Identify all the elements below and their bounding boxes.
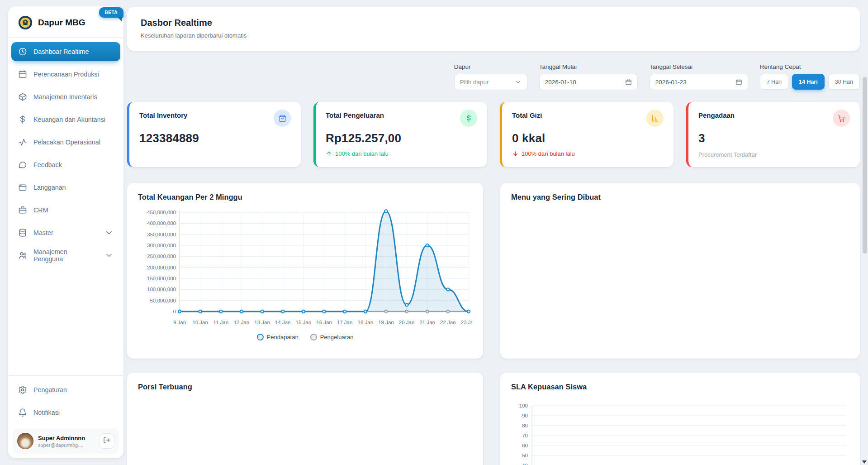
end-date-input[interactable]: 2026-01-23 — [650, 74, 748, 90]
logout-icon — [103, 436, 110, 446]
finance-panel: Total Keuangan Per 2 Minggu 050,000,0001… — [127, 183, 483, 359]
briefcase-icon — [18, 206, 27, 215]
stats-grid: Total Inventory123384889Total Pengeluara… — [127, 102, 860, 167]
dapur-label: Dapur — [454, 63, 527, 70]
svg-text:100: 100 — [519, 403, 528, 408]
beta-badge: BETA — [99, 7, 123, 18]
charts-row: Total Keuangan Per 2 Minggu 050,000,0001… — [127, 183, 860, 359]
sidebar-item-feedback[interactable]: Feedback — [11, 155, 120, 174]
finance-chart: 050,000,000100,000,000150,000,000200,000… — [138, 207, 472, 330]
svg-text:23 Jan: 23 Jan — [461, 320, 472, 325]
svg-text:22 Jan: 22 Jan — [440, 320, 456, 325]
stat-value: 3 — [698, 131, 850, 145]
legend-item-pendapatan[interactable]: Pendapatan — [257, 334, 299, 340]
shopping-bag-icon — [274, 110, 291, 127]
sla-panel: SLA Kepuasan Siswa 100908070605040302010… — [500, 373, 860, 465]
svg-text:60: 60 — [522, 443, 528, 448]
svg-text:300,000,000: 300,000,000 — [147, 243, 176, 248]
quick-range-7-hari[interactable]: 7 Hari — [760, 74, 788, 90]
gear-icon — [18, 385, 27, 394]
arrow-down-icon — [512, 150, 519, 157]
svg-text:11 Jan: 11 Jan — [213, 320, 228, 325]
bell-icon — [18, 408, 27, 417]
stat-card-header: Pengadaan — [698, 110, 850, 127]
logout-button[interactable] — [99, 433, 114, 449]
sidebar-item-pengaturan[interactable]: Pengaturan — [11, 380, 120, 399]
stat-title: Total Gizi — [512, 110, 542, 119]
svg-text:16 Jan: 16 Jan — [316, 320, 332, 325]
scrollbar-down-arrow-icon[interactable] — [862, 460, 867, 464]
stat-card-header: Total Inventory — [139, 110, 291, 127]
stat-title: Total Inventory — [139, 110, 187, 119]
finance-chart-legend: PendapatanPengeluaran — [138, 334, 472, 340]
end-date-value: 2026-01-23 — [655, 79, 687, 86]
waste-panel-title: Porsi Terbuang — [138, 383, 472, 391]
sidebar-item-dashboar-realtime[interactable]: Dashboar Realtime — [11, 42, 120, 61]
sidebar-item-label: Manajemen Inventaris — [33, 93, 97, 101]
sidebar-item-label: Keuangan dan Akuntansi — [33, 116, 105, 123]
sidebar-item-notifikasi[interactable]: Notifikasi — [11, 403, 120, 422]
svg-text:90: 90 — [522, 413, 528, 418]
svg-text:12 Jan: 12 Jan — [234, 320, 250, 325]
stat-card-total-inventory: Total Inventory123384889 — [127, 102, 301, 167]
avatar — [17, 433, 33, 449]
svg-text:19 Jan: 19 Jan — [378, 320, 394, 325]
package-icon — [18, 92, 27, 101]
stat-value: 123384889 — [139, 131, 291, 145]
sidebar-item-label: Feedback — [33, 161, 62, 168]
sidebar-item-label: Master — [33, 229, 53, 236]
sidebar: BETA Dapur MBG Dashboar RealtimePerencan… — [8, 6, 123, 458]
sidebar-item-langganan[interactable]: Langganan — [11, 178, 120, 197]
sidebar-item-crm[interactable]: CRM — [11, 201, 120, 220]
stat-title: Total Pengeluaran — [326, 110, 384, 119]
sidebar-item-label: CRM — [33, 206, 48, 214]
svg-text:150,000,000: 150,000,000 — [147, 276, 176, 281]
calendar-icon — [18, 70, 27, 79]
svg-text:450,000,000: 450,000,000 — [147, 210, 176, 215]
waste-panel: Porsi Terbuang — [127, 373, 483, 465]
quick-range-buttons: 7 Hari14 Hari30 Hari — [760, 74, 860, 90]
svg-text:9 Jan: 9 Jan — [173, 320, 186, 325]
start-date-filter: Tanggal Mulai 2026-01-10 — [539, 63, 638, 90]
stat-card-total-pengeluaran: Total PengeluaranRp125.257,00100% dari b… — [313, 102, 487, 167]
dapur-filter: Dapur Pilih dapur — [454, 63, 527, 90]
quick-range-label: Rentang Cepat — [760, 63, 860, 70]
legend-item-pengeluaran[interactable]: Pengeluaran — [310, 334, 354, 340]
sla-chart: 1009080706050403020100 — [511, 398, 849, 465]
dapur-select-value: Pilih dapur — [460, 79, 489, 86]
sidebar-item-keuangan-dan-akuntansi[interactable]: Keuangan dan Akuntansi — [11, 110, 120, 129]
sidebar-item-master[interactable]: Master — [11, 223, 120, 242]
sidebar-item-pelacakan-operasional[interactable]: Pelacakan Operasional — [11, 133, 120, 152]
sidebar-item-perencanaan-produksi[interactable]: Perencanaan Produksi — [11, 65, 120, 84]
page-header: Dasbor Realtime Keseluruhan laporan dipe… — [127, 7, 860, 51]
user-card: Super Adminnnn super@dapurmbg.... — [13, 428, 119, 454]
users-icon — [18, 251, 27, 260]
page-scrollbar[interactable] — [861, 0, 868, 465]
end-date-filter: Tanggal Selesai 2026-01-23 — [650, 63, 748, 90]
quick-range-14-hari[interactable]: 14 Hari — [792, 74, 825, 90]
user-meta: Super Adminnnn super@dapurmbg.... — [38, 435, 95, 448]
stat-card-header: Total Pengeluaran — [326, 110, 477, 127]
stat-card-total-gizi: Total Gizi0 kkal100% dari bulan lalu — [500, 102, 674, 167]
sidebar-item-manajemen-inventaris[interactable]: Manajemen Inventaris — [11, 87, 120, 106]
bar-chart-icon — [646, 110, 664, 127]
svg-text:18 Jan: 18 Jan — [358, 320, 374, 325]
stat-title: Pengadaan — [698, 110, 735, 119]
svg-text:50,000,000: 50,000,000 — [150, 298, 176, 303]
calendar-icon — [625, 79, 632, 86]
svg-text:17 Jan: 17 Jan — [337, 320, 353, 325]
menu-panel-title: Menu yang Sering Dibuat — [511, 193, 849, 201]
legend-label: Pendapatan — [267, 334, 299, 340]
dapur-select[interactable]: Pilih dapur — [454, 74, 527, 90]
scrollbar-thumb[interactable] — [863, 77, 867, 254]
start-date-value: 2026-01-10 — [545, 79, 576, 86]
stat-subtitle: Procurement Terdaftar — [698, 151, 850, 158]
legend-swatch-icon — [257, 334, 264, 340]
page-title: Dasbor Realtime — [141, 18, 846, 28]
user-email: super@dapurmbg.... — [38, 442, 95, 448]
arrow-up-icon — [326, 150, 332, 157]
quick-range-filter: Rentang Cepat 7 Hari14 Hari30 Hari — [760, 63, 860, 90]
quick-range-30-hari[interactable]: 30 Hari — [828, 74, 860, 90]
sidebar-item-manajemen-pengguna[interactable]: Manajemen Pengguna — [11, 246, 120, 265]
start-date-input[interactable]: 2026-01-10 — [539, 74, 638, 90]
